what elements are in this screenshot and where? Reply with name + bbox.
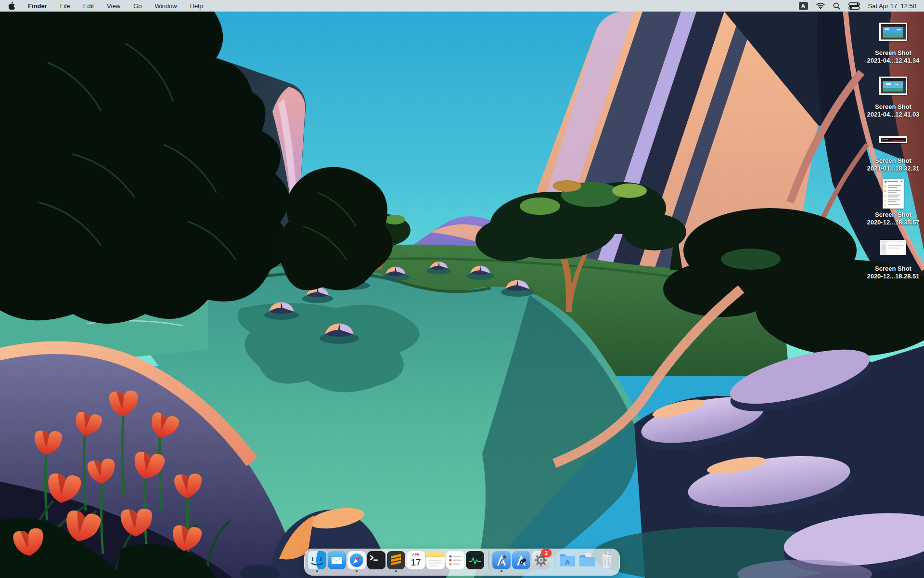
documents-folder-icon	[578, 551, 596, 569]
spotlight-search-icon[interactable]	[833, 2, 840, 10]
menu-help[interactable]: Help	[190, 2, 203, 10]
dock-activity-monitor[interactable]	[466, 551, 484, 572]
running-indicator	[316, 570, 318, 572]
file-name-line1: Screen Shot	[875, 211, 911, 218]
xcode-icon	[492, 551, 511, 569]
wallpaper-big-sur-valley	[0, 0, 924, 578]
dock-terminal[interactable]	[367, 551, 385, 572]
menu-edit[interactable]: Edit	[83, 2, 94, 10]
activity-monitor-icon	[466, 551, 484, 569]
file-name-line2: 2020-12...18.28.51	[867, 273, 919, 280]
file-name-line2: 2021-01...18.32.31	[867, 165, 919, 172]
calendar-icon: APR 17	[407, 551, 425, 569]
reminders-icon	[446, 551, 464, 569]
file-name-line1: Screen Shot	[875, 49, 911, 56]
input-source-menu[interactable]: A	[799, 2, 808, 10]
control-center-icon[interactable]	[848, 2, 860, 10]
active-app-name[interactable]: Finder	[28, 2, 47, 10]
desktop-file-screenshot-2[interactable]: Screen Shot 2021-04...12.41.03	[861, 70, 924, 122]
finder-icon	[308, 551, 326, 569]
calendar-day: 17	[411, 557, 421, 567]
wifi-icon[interactable]	[816, 2, 825, 9]
game-screenshot-thumbnail	[879, 77, 907, 95]
menu-file[interactable]: File	[60, 2, 70, 10]
sublime-text-icon	[387, 551, 405, 569]
dock-separator	[488, 551, 488, 569]
dock-sublime-text[interactable]	[387, 551, 405, 572]
desktop-file-screenshot-3[interactable]: Screen Shot 2021-01...18.32.31	[861, 124, 924, 176]
svg-text:A: A	[565, 558, 570, 566]
dock-mail[interactable]	[328, 551, 346, 572]
xcode-tools-icon	[512, 551, 530, 569]
window-screenshot-thumbnail	[880, 240, 906, 255]
desktop-file-screenshot-5[interactable]: Screen Shot 2020-12...18.28.51	[861, 232, 924, 284]
menu-view[interactable]: View	[107, 2, 120, 10]
dock-documents-folder[interactable]	[578, 551, 596, 572]
menu-bar: Finder File Edit View Go Window Help A S…	[0, 0, 924, 12]
calendar-month: APR	[412, 553, 420, 556]
mail-icon	[328, 551, 346, 569]
applications-folder-icon: A	[558, 551, 577, 569]
file-name-line2: 2021-04...12.41.03	[867, 111, 919, 118]
safari-icon	[347, 551, 366, 569]
menu-window[interactable]: Window	[154, 2, 177, 10]
dock-system-preferences[interactable]: 2	[532, 551, 550, 572]
dock-xcode[interactable]	[492, 551, 511, 572]
thin-strip-screenshot-thumbnail	[879, 136, 907, 143]
desktop: Finder File Edit View Go Window Help A S…	[0, 0, 924, 578]
file-name-line1: Screen Shot	[875, 157, 911, 164]
desktop-file-screenshot-1[interactable]: Screen Shot 2021-04...12.41.34	[861, 16, 924, 68]
dock-reminders[interactable]	[446, 551, 464, 572]
desktop-file-screenshot-4[interactable]: Screen Shot 2020-12...18.35.57	[861, 178, 924, 230]
trash-full-icon	[598, 551, 616, 569]
running-indicator	[356, 570, 358, 572]
menu-go[interactable]: Go	[133, 2, 141, 10]
notification-badge: 2	[541, 549, 552, 557]
dock: APR 17	[304, 549, 620, 576]
running-indicator	[500, 570, 502, 572]
running-indicator	[395, 570, 397, 572]
file-name-line1: Screen Shot	[875, 103, 911, 110]
apple-menu[interactable]	[8, 2, 15, 10]
dock-separator	[554, 551, 554, 569]
file-name-line2: 2020-12...18.35.57	[867, 219, 919, 226]
dock-trash[interactable]	[598, 551, 616, 572]
file-name-line2: 2021-04...12.41.34	[867, 57, 919, 64]
dock-calendar[interactable]: APR 17	[407, 551, 425, 572]
menu-bar-clock[interactable]: Sat Apr 17 12:50	[868, 2, 916, 10]
apple-logo-icon	[8, 2, 15, 10]
dock-safari[interactable]	[347, 551, 366, 572]
game-screenshot-thumbnail	[879, 23, 907, 41]
terminal-icon	[367, 551, 385, 569]
dock-applications-folder[interactable]: A	[558, 551, 577, 572]
dock-finder[interactable]	[308, 551, 326, 572]
dock-xcode-tools[interactable]	[512, 551, 530, 572]
dock-notes[interactable]	[426, 551, 445, 572]
notes-icon	[426, 551, 445, 569]
document-list-screenshot-thumbnail	[883, 179, 904, 209]
file-name-line1: Screen Shot	[875, 265, 911, 272]
